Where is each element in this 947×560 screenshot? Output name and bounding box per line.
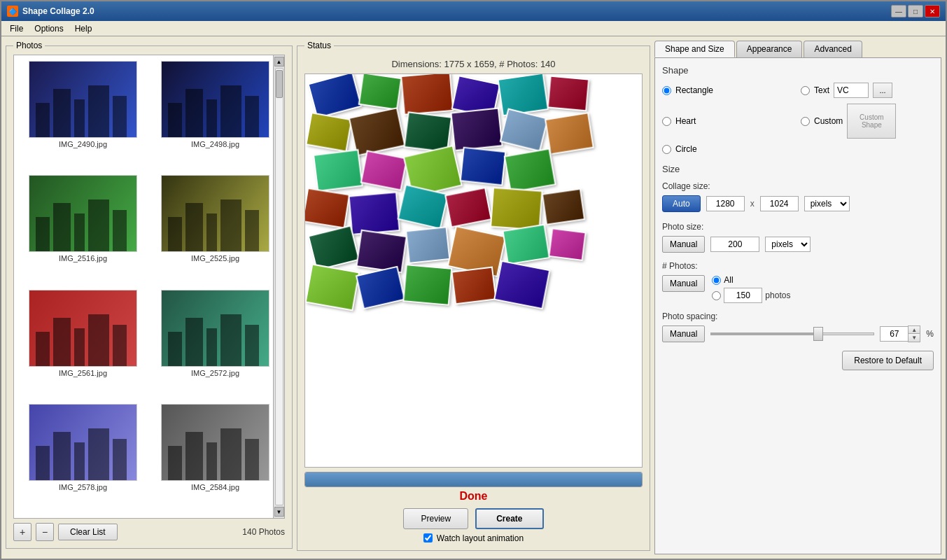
size-title: Size: [662, 164, 934, 174]
custom-photos-radio[interactable]: [712, 291, 721, 300]
photo-item: IMG_2490.jpg: [20, 61, 146, 169]
num-photos-manual-button[interactable]: Manual: [662, 275, 705, 292]
status-panel: Status Dimensions: 1775 x 1659, # Photos…: [297, 41, 650, 551]
x-separator: x: [750, 199, 755, 209]
spinner-down[interactable]: ▼: [909, 334, 920, 342]
photo-spacing-label: Photo spacing:: [662, 312, 934, 321]
scroll-up[interactable]: ▲: [274, 57, 284, 66]
done-text: Done: [304, 490, 643, 503]
collage-preview: [304, 74, 643, 468]
add-photo-button[interactable]: +: [13, 523, 31, 541]
photo-spacing-manual-button[interactable]: Manual: [662, 326, 705, 342]
heart-radio[interactable]: [662, 117, 671, 126]
custom-radio[interactable]: [801, 117, 810, 126]
size-section: Size Collage size: Auto x pixels inches …: [662, 164, 934, 212]
create-button[interactable]: Create: [475, 508, 543, 529]
maximize-button[interactable]: □: [908, 5, 923, 18]
heart-row: Heart: [662, 104, 795, 139]
scrollbar[interactable]: ▲ ▼: [273, 55, 284, 518]
spacing-slider[interactable]: [710, 332, 874, 335]
photo-label: IMG_2578.jpg: [59, 483, 107, 491]
rectangle-row: Rectangle: [662, 83, 795, 98]
menu-file[interactable]: File: [4, 22, 29, 34]
photo-size-manual-button[interactable]: Manual: [662, 236, 705, 253]
main-content: Photos IMG_2490.jpgIMG_2498.jpgIMG_2516.…: [1, 36, 946, 559]
photo-thumbnail[interactable]: [29, 290, 137, 367]
watch-animation-label: Watch layout animation: [437, 533, 524, 543]
remove-photo-button[interactable]: −: [36, 523, 54, 541]
width-input[interactable]: [706, 196, 745, 211]
photo-label: IMG_2561.jpg: [59, 369, 107, 377]
circle-radio[interactable]: [662, 145, 671, 154]
size-unit-select[interactable]: pixels inches cm: [804, 196, 850, 211]
text-input[interactable]: [834, 83, 869, 98]
heart-label: Heart: [675, 116, 696, 126]
spacing-spinner: ▲ ▼: [880, 326, 920, 342]
tab-shape-size[interactable]: Shape and Size: [654, 41, 735, 57]
photo-thumbnail[interactable]: [161, 290, 269, 367]
settings-tabs: Shape and Size Appearance Advanced: [654, 41, 941, 58]
clear-list-button[interactable]: Clear List: [58, 524, 118, 540]
photos-grid: IMG_2490.jpgIMG_2498.jpgIMG_2516.jpgIMG_…: [14, 55, 284, 518]
photo-label: IMG_2490.jpg: [59, 140, 107, 148]
tab-advanced[interactable]: Advanced: [804, 41, 862, 57]
text-browse-button[interactable]: ...: [873, 83, 892, 98]
photo-label: IMG_2516.jpg: [59, 254, 107, 262]
scroll-thumb[interactable]: [276, 70, 283, 98]
menu-options[interactable]: Options: [29, 22, 69, 34]
title-bar-left: 🔷 Shape Collage 2.0: [7, 6, 94, 17]
height-input[interactable]: [760, 196, 799, 211]
photo-size-input[interactable]: [710, 237, 759, 252]
watch-animation-checkbox[interactable]: [423, 533, 433, 542]
tab-appearance[interactable]: Appearance: [736, 41, 803, 57]
progress-bar: [304, 472, 643, 487]
all-photos-radio[interactable]: [712, 276, 721, 285]
photo-thumbnail[interactable]: [161, 404, 269, 481]
photos-grid-container[interactable]: IMG_2490.jpgIMG_2498.jpgIMG_2516.jpgIMG_…: [13, 55, 285, 519]
progress-fill: [305, 472, 642, 486]
watch-animation-row: Watch layout animation: [304, 533, 643, 543]
scroll-down[interactable]: ▼: [274, 507, 284, 517]
photo-thumbnail[interactable]: [29, 404, 137, 481]
num-photos-radios: All photos: [712, 275, 790, 303]
custom-row: Custom CustomShape: [801, 104, 934, 139]
shape-options-grid: Rectangle Text ... Heart: [662, 83, 934, 154]
rectangle-radio[interactable]: [662, 86, 671, 95]
minimize-button[interactable]: —: [891, 5, 906, 18]
spacing-input[interactable]: [880, 326, 908, 342]
photo-thumbnail[interactable]: [29, 175, 137, 252]
photo-size-unit-select[interactable]: pixels inches cm: [765, 237, 811, 252]
preview-button[interactable]: Preview: [403, 508, 468, 529]
photo-item: IMG_2584.jpg: [152, 404, 279, 512]
text-radio[interactable]: [801, 86, 810, 95]
circle-label: Circle: [675, 144, 697, 154]
collage-size-label: Collage size:: [662, 181, 934, 191]
spinner-up[interactable]: ▲: [909, 326, 920, 334]
photo-item: IMG_2561.jpg: [20, 290, 146, 398]
photo-thumbnail[interactable]: [161, 61, 269, 138]
num-photos-input[interactable]: [724, 288, 762, 303]
photo-item: IMG_2516.jpg: [20, 175, 146, 284]
shape-section: Shape Rectangle Text ...: [662, 65, 934, 154]
photos-panel: Photos IMG_2490.jpgIMG_2498.jpgIMG_2516.…: [6, 41, 293, 549]
title-buttons: — □ ✕: [891, 5, 940, 18]
main-window: 🔷 Shape Collage 2.0 — □ ✕ File Options H…: [0, 0, 947, 560]
photo-thumbnail[interactable]: [29, 61, 137, 138]
settings-content: Shape Rectangle Text ...: [654, 57, 941, 554]
menu-help[interactable]: Help: [69, 22, 98, 34]
photo-thumbnail[interactable]: [161, 175, 269, 252]
all-photos-label: All: [724, 275, 733, 285]
spinner-buttons: ▲ ▼: [908, 326, 920, 342]
text-row: Text ...: [801, 83, 934, 98]
restore-default-button[interactable]: Restore to Default: [842, 351, 934, 370]
photo-size-section: Photo size: Manual pixels inches cm: [662, 222, 934, 253]
photo-item: IMG_2498.jpg: [152, 61, 279, 169]
photo-label: IMG_2525.jpg: [191, 254, 239, 262]
title-bar: 🔷 Shape Collage 2.0 — □ ✕: [1, 1, 946, 21]
close-button[interactable]: ✕: [925, 5, 940, 18]
auto-button[interactable]: Auto: [662, 195, 701, 212]
num-photos-section: # Photos: Manual All photos: [662, 261, 934, 303]
photo-label: IMG_2584.jpg: [191, 483, 239, 491]
menu-bar: File Options Help: [1, 21, 946, 36]
all-photos-row: All: [712, 275, 790, 285]
